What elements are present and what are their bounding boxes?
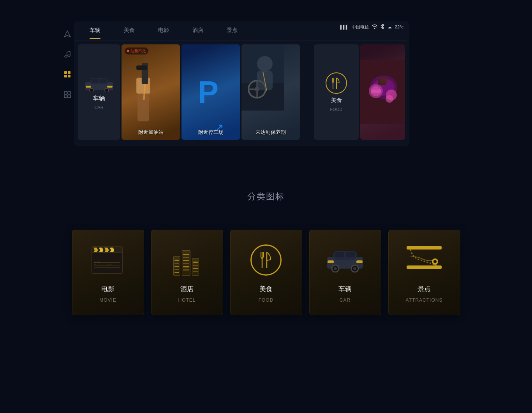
sidebar xyxy=(60,21,74,99)
attractions-label-en: ATTRACTIONS xyxy=(406,297,443,303)
food-label-en: FOOD xyxy=(330,107,343,112)
svg-rect-12 xyxy=(64,95,67,98)
attractions-icon xyxy=(405,243,444,278)
svg-rect-20 xyxy=(107,86,113,88)
svg-rect-26 xyxy=(136,65,147,70)
svg-rect-18 xyxy=(100,79,107,83)
svg-rect-17 xyxy=(92,79,99,83)
svg-point-63 xyxy=(353,267,356,270)
food-cat-label-en: FOOD xyxy=(259,297,274,303)
content-grid: 车辆 CAR 油量不足 xyxy=(74,40,409,144)
section-title: 分类图标 xyxy=(0,191,532,202)
svg-rect-58 xyxy=(328,260,334,263)
svg-rect-7 xyxy=(68,71,70,74)
nearby-food-visual xyxy=(360,44,405,140)
svg-point-34 xyxy=(257,56,273,72)
food-cat-label-zh: 美食 xyxy=(259,285,273,293)
cat-card-hotel[interactable]: 酒店 HOTEL xyxy=(151,230,223,315)
movie-label-zh: 电影 xyxy=(101,285,115,293)
cat-card-car[interactable]: 车辆 CAR xyxy=(309,230,381,315)
svg-rect-13 xyxy=(68,95,70,98)
gas-label: 附近加油站 xyxy=(122,129,180,136)
car-cat-icon-wrap xyxy=(326,243,365,278)
bluetooth-icon xyxy=(381,24,384,30)
car-label-zh: 车辆 xyxy=(93,95,105,103)
svg-rect-57 xyxy=(346,252,355,257)
gas-alert-badge: 油量不足 xyxy=(125,47,148,54)
svg-point-2 xyxy=(68,55,70,56)
tab-food[interactable]: 美食 xyxy=(124,27,135,36)
temperature-label: 22°c xyxy=(395,25,403,29)
svg-line-5 xyxy=(67,51,70,52)
food-circle-icon xyxy=(326,72,347,94)
card-nearby-food[interactable]: 附近美食 xyxy=(360,44,405,140)
hotel-label-en: HOTEL xyxy=(178,297,196,303)
sidebar-icon-apps[interactable] xyxy=(63,70,72,79)
service-visual xyxy=(241,44,300,140)
car-label-en: CAR xyxy=(94,105,103,110)
parking-label: 附近停车场 xyxy=(181,129,240,136)
svg-rect-59 xyxy=(356,260,363,263)
card-service[interactable]: 未达到保养期 xyxy=(241,44,300,140)
svg-rect-49 xyxy=(380,77,388,83)
sidebar-icon-navigation[interactable] xyxy=(63,29,72,39)
app-window: ▌▌▌ 中国电信 ☁ 22°c 车辆 美食 电影 酒店 景点 xyxy=(74,21,409,146)
hotel-icon xyxy=(167,243,206,278)
car-cat-label-en: CAR xyxy=(340,297,351,303)
tab-movie[interactable]: 电影 xyxy=(158,27,169,36)
card-food-icon[interactable]: 美食 FOOD xyxy=(314,44,359,140)
cat-card-movie[interactable]: FILMPRODUCTION 电影 MOVIE xyxy=(72,230,144,315)
food-label-zh: 美食 xyxy=(331,97,342,104)
hotel-label-zh: 酒店 xyxy=(180,285,194,293)
svg-point-22 xyxy=(105,88,109,92)
hotel-building-3 xyxy=(192,258,199,276)
cat-card-food[interactable]: 美食 FOOD xyxy=(230,230,302,315)
wifi-icon xyxy=(372,24,377,30)
service-label: 未达到保养期 xyxy=(241,129,300,136)
svg-rect-9 xyxy=(68,75,70,77)
card-gap-2 xyxy=(308,44,312,140)
svg-rect-45 xyxy=(371,90,381,93)
svg-rect-6 xyxy=(64,71,67,74)
card-car[interactable]: 车辆 CAR xyxy=(78,44,120,140)
alert-dot xyxy=(127,50,129,52)
signal-icon: ▌▌▌ xyxy=(340,25,349,29)
svg-point-67 xyxy=(433,260,437,263)
operator-label: 中国电信 xyxy=(352,24,369,30)
svg-point-1 xyxy=(65,56,67,57)
clapboard-body: FILMPRODUCTION xyxy=(92,252,123,274)
svg-rect-19 xyxy=(86,86,91,88)
svg-rect-8 xyxy=(64,75,67,77)
svg-point-62 xyxy=(334,267,337,270)
movie-icon: FILMPRODUCTION xyxy=(88,243,127,278)
svg-rect-56 xyxy=(335,252,344,257)
svg-marker-0 xyxy=(64,31,70,37)
sidebar-icon-grid[interactable] xyxy=(63,90,72,99)
tab-hotel[interactable]: 酒店 xyxy=(192,27,203,36)
status-bar: ▌▌▌ 中国电信 ☁ 22°c xyxy=(335,21,409,32)
svg-point-47 xyxy=(386,95,393,103)
gas-visual xyxy=(122,44,180,140)
sidebar-icon-music[interactable] xyxy=(63,49,72,59)
weather-icon: ☁ xyxy=(388,25,392,30)
svg-rect-11 xyxy=(68,91,70,94)
tab-car[interactable]: 车辆 xyxy=(90,27,100,36)
hotel-building-1 xyxy=(173,256,180,276)
svg-rect-10 xyxy=(64,91,67,94)
card-parking[interactable]: P ↗ 附近停车场 xyxy=(181,44,240,140)
svg-rect-64 xyxy=(407,246,442,250)
card-gap-1 xyxy=(301,44,306,140)
attractions-label-zh: 景点 xyxy=(417,285,431,293)
categories-section: FILMPRODUCTION 电影 MOVIE xyxy=(0,222,532,323)
svg-point-14 xyxy=(374,28,375,29)
parking-visual: P ↗ xyxy=(181,44,240,140)
movie-label-en: MOVIE xyxy=(99,297,116,303)
hotel-building-2 xyxy=(182,250,190,276)
cat-card-attractions[interactable]: 景点 ATTRACTIONS xyxy=(388,230,460,315)
tab-attractions[interactable]: 景点 xyxy=(227,27,238,36)
food-cat-icon xyxy=(247,243,285,278)
car-cat-label-zh: 车辆 xyxy=(338,285,352,293)
svg-rect-65 xyxy=(407,265,442,269)
svg-point-21 xyxy=(90,88,93,92)
card-gas[interactable]: 油量不足 附近加油站 xyxy=(122,44,180,140)
